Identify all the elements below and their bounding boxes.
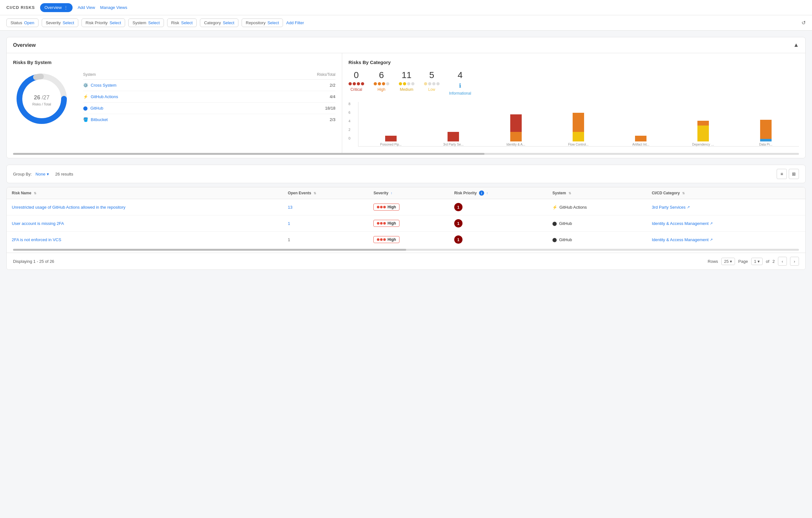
severity-badge-3: High bbox=[373, 236, 400, 243]
group-by-select[interactable]: None ▾ bbox=[36, 172, 49, 176]
dot-medium-4 bbox=[411, 82, 414, 85]
th-risk-priority[interactable]: Risk Priority i ↑ bbox=[449, 187, 548, 199]
system-name-row1: GitHub Actions bbox=[559, 205, 587, 210]
cat-label-info: Informational bbox=[449, 91, 471, 96]
system-name-github-actions[interactable]: ⚡ GitHub Actions bbox=[83, 94, 118, 99]
cell-severity-2: High bbox=[368, 215, 449, 231]
cell-risk-name-3: 2FA is not enforced in VCS bbox=[7, 231, 283, 248]
severity-dots-2 bbox=[377, 222, 386, 225]
dot-s2-2 bbox=[380, 222, 383, 225]
system-count-github-actions: 4/4 bbox=[330, 94, 336, 99]
cat-label-critical: Critical bbox=[350, 87, 362, 92]
bar-artifact: Artifact Int... bbox=[611, 136, 671, 146]
rows-per-page-select[interactable]: 25 ▾ bbox=[721, 258, 735, 265]
th-risk-priority-label: Risk Priority bbox=[454, 191, 477, 195]
risks-col-header: Risks/Total bbox=[317, 72, 336, 77]
table-body: Unrestricted usage of GitHub Actions all… bbox=[7, 199, 805, 248]
cell-category-1: 3rd Party Services ↗ bbox=[647, 199, 805, 215]
rows-label: Rows bbox=[707, 259, 718, 264]
cell-system-3: ⬤ GitHub bbox=[547, 231, 646, 248]
risk-link-2[interactable]: User account is missing 2FA bbox=[12, 221, 64, 226]
category-legend: 0 Critical 6 bbox=[349, 70, 799, 96]
filter-chip-risk[interactable]: Risk Select bbox=[167, 19, 197, 27]
category-link-1[interactable]: 3rd Party Services ↗ bbox=[652, 205, 800, 210]
risk-link-1[interactable]: Unrestricted usage of GitHub Actions all… bbox=[12, 205, 125, 210]
priority-badge-1: 1 bbox=[454, 203, 463, 211]
th-severity[interactable]: Severity ↑ bbox=[368, 187, 449, 199]
dot-s3-2 bbox=[380, 238, 383, 241]
next-page-button[interactable]: › bbox=[790, 257, 799, 266]
filter-chip-status[interactable]: Status Open bbox=[6, 19, 38, 27]
severity-label-3: High bbox=[387, 237, 396, 242]
cat-item-critical: 0 Critical bbox=[349, 70, 364, 96]
reset-filters-icon[interactable]: ↺ bbox=[802, 20, 806, 26]
dot-medium-3 bbox=[407, 82, 410, 85]
filter-label-status: Status bbox=[10, 20, 22, 25]
cat-dots-low bbox=[424, 82, 440, 85]
filter-chip-severity[interactable]: Severity Select bbox=[42, 19, 78, 27]
bar-stack-artifact bbox=[635, 136, 646, 141]
system-icon-github-actions-row1: ⚡ bbox=[552, 205, 557, 210]
overview-section: Overview ▲ Risks By System bbox=[6, 37, 806, 158]
system-count-github: 18/18 bbox=[325, 106, 336, 111]
list-view-button[interactable]: ≡ bbox=[777, 169, 787, 179]
bar-identity: Identity & A... bbox=[486, 114, 546, 146]
table-scrollbar[interactable] bbox=[13, 249, 799, 251]
sort-icon-cicd-category: ⇅ bbox=[682, 191, 685, 195]
risk-link-3[interactable]: 2FA is not enforced in VCS bbox=[12, 237, 61, 242]
cell-category-2: Identity & Access Management ↗ bbox=[647, 215, 805, 231]
bar-seg-red bbox=[385, 136, 397, 141]
table-scrollbar-thumb[interactable] bbox=[13, 249, 406, 251]
dot-critical-4 bbox=[361, 82, 364, 85]
donut-center: 26 /27 Risks / Total bbox=[32, 92, 51, 106]
chart-scrollbar-thumb[interactable] bbox=[13, 153, 485, 155]
dots-icon[interactable]: ⋮ bbox=[64, 5, 68, 10]
group-by-value: None bbox=[36, 172, 46, 176]
filter-chip-risk-priority[interactable]: Risk Priority Select bbox=[82, 19, 125, 27]
nav-tab-overview[interactable]: Overview ⋮ bbox=[40, 3, 72, 12]
filter-chip-category[interactable]: Category Select bbox=[200, 19, 238, 27]
category-link-3[interactable]: Identity & Access Management ↗ bbox=[652, 237, 800, 242]
bar-stack-poisoned bbox=[385, 136, 397, 141]
chevron-down-icon: ▾ bbox=[47, 172, 49, 176]
dot-high-3 bbox=[382, 82, 385, 85]
y-0: 0 bbox=[349, 136, 350, 140]
cat-count-info: 4 bbox=[458, 70, 463, 80]
bar-label-poisoned: Poisoned Pip... bbox=[380, 143, 401, 146]
cat-label-high: High bbox=[378, 87, 385, 92]
add-filter-button[interactable]: Add Filter bbox=[286, 20, 304, 25]
filter-label-risk: Risk bbox=[171, 20, 179, 25]
cell-system-2: ⬤ GitHub bbox=[547, 215, 646, 231]
grid-view-button[interactable]: ⊞ bbox=[789, 169, 799, 179]
add-view-link[interactable]: Add View bbox=[78, 5, 95, 10]
prev-page-button[interactable]: ‹ bbox=[778, 257, 787, 266]
cat-dots-high bbox=[374, 82, 389, 85]
page-controls: Rows 25 ▾ Page 1 ▾ of 2 ‹ › bbox=[707, 257, 799, 266]
dot-low-2 bbox=[428, 82, 431, 85]
collapse-icon[interactable]: ▲ bbox=[793, 42, 799, 48]
bar-3rdparty: 3rd Party Se... bbox=[423, 132, 483, 146]
th-cicd-category[interactable]: CI/CD Category ⇅ bbox=[647, 187, 805, 199]
system-cell-3: ⬤ GitHub bbox=[552, 237, 641, 242]
cell-open-events-3: 1 bbox=[283, 231, 368, 248]
priority-badge-2: 1 bbox=[454, 219, 463, 227]
dot-medium-2 bbox=[403, 82, 406, 85]
bar-stack-dependency bbox=[697, 121, 709, 141]
bar-poisoned: Poisoned Pip... bbox=[361, 136, 421, 146]
current-page-select[interactable]: 1 ▾ bbox=[751, 258, 763, 265]
cat-item-high: 6 High bbox=[374, 70, 389, 96]
chart-scrollbar[interactable] bbox=[13, 153, 799, 155]
info-circle-icon: ℹ bbox=[459, 82, 461, 89]
th-open-events[interactable]: Open Events ⇅ bbox=[283, 187, 368, 199]
list-icon: ≡ bbox=[781, 171, 783, 176]
filter-chip-repository[interactable]: Repository Select bbox=[241, 19, 283, 27]
system-name-github[interactable]: ⬤ GitHub bbox=[83, 106, 103, 111]
th-risk-name[interactable]: Risk Name ⇅ bbox=[7, 187, 283, 199]
th-system[interactable]: System ⇅ bbox=[547, 187, 646, 199]
category-link-2[interactable]: Identity & Access Management ↗ bbox=[652, 221, 800, 226]
system-name-cross[interactable]: ⚙️ Cross System bbox=[83, 83, 116, 88]
manage-views-link[interactable]: Manage Views bbox=[100, 5, 127, 10]
system-name-bitbucket[interactable]: 🪣 Bitbucket bbox=[83, 117, 108, 122]
filter-chip-system[interactable]: System Select bbox=[128, 19, 164, 27]
system-count-cross: 2/2 bbox=[330, 83, 336, 88]
